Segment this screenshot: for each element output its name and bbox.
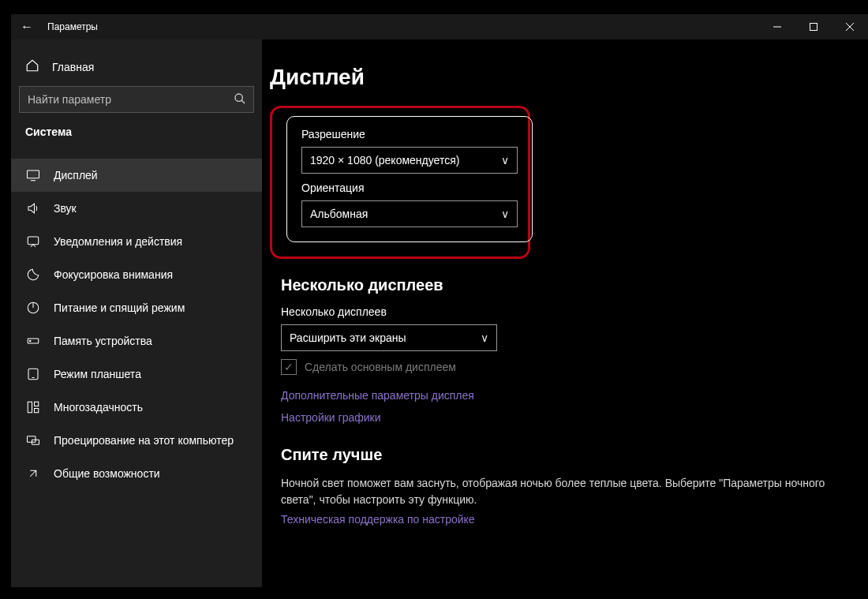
- home-button[interactable]: Главная: [11, 51, 262, 83]
- multi-displays-value: Расширить эти экраны: [290, 331, 406, 344]
- multi-displays-title: Несколько дисплеев: [281, 276, 849, 294]
- sleep-better-body: Ночной свет поможет вам заснуть, отображ…: [281, 475, 825, 508]
- sidebar: Главная Система Дисплей Звук Уведомления…: [11, 39, 262, 587]
- display-icon: [25, 168, 41, 182]
- resolution-label: Разрешение: [301, 128, 516, 140]
- home-label: Главная: [52, 61, 94, 73]
- sound-icon: [25, 201, 41, 215]
- sidebar-item-sound[interactable]: Звук: [11, 192, 262, 225]
- graphics-settings-link[interactable]: Настройки графики: [281, 411, 849, 424]
- sidebar-item-power[interactable]: Питание и спящий режим: [11, 291, 262, 324]
- svg-rect-3: [28, 237, 39, 245]
- home-icon: [25, 58, 39, 75]
- svg-rect-8: [28, 402, 32, 413]
- sidebar-item-label: Звук: [54, 202, 77, 215]
- sidebar-item-label: Питание и спящий режим: [54, 301, 185, 314]
- search-icon[interactable]: [234, 92, 246, 107]
- storage-icon: [25, 334, 41, 348]
- primary-display-checkbox-label: Сделать основным дисплеем: [305, 361, 456, 373]
- shared-icon: [25, 466, 41, 481]
- power-icon: [25, 301, 41, 315]
- svg-point-6: [30, 340, 32, 342]
- sidebar-item-label: Дисплей: [54, 169, 98, 182]
- maximize-button[interactable]: [795, 14, 832, 39]
- maximize-icon: [810, 23, 817, 31]
- sidebar-item-label: Фокусировка внимания: [54, 268, 173, 281]
- notifications-icon: [25, 234, 41, 249]
- orientation-dropdown[interactable]: Альбомная ∨: [301, 200, 518, 227]
- svg-rect-0: [810, 24, 817, 31]
- resolution-dropdown[interactable]: 1920 × 1080 (рекомендуется) ∨: [301, 147, 518, 174]
- project-icon: [25, 433, 41, 447]
- sidebar-item-label: Проецирование на этот компьютер: [54, 434, 234, 447]
- sleep-better-title: Спите лучше: [281, 446, 849, 464]
- support-link[interactable]: Техническая поддержка по настройке: [281, 513, 849, 526]
- sidebar-item-focus[interactable]: Фокусировка внимания: [11, 258, 262, 291]
- svg-point-1: [235, 94, 242, 101]
- sidebar-item-shared[interactable]: Общие возможности: [11, 457, 262, 490]
- primary-display-checkbox-row: ✓ Сделать основным дисплеем: [281, 359, 849, 375]
- sidebar-item-notifications[interactable]: Уведомления и действия: [11, 225, 262, 258]
- search-input[interactable]: [19, 86, 254, 113]
- content-row: Главная Система Дисплей Звук Уведомления…: [11, 39, 868, 587]
- sidebar-item-project[interactable]: Проецирование на этот компьютер: [11, 424, 262, 457]
- sidebar-section-title: Система: [11, 125, 262, 138]
- sidebar-item-storage[interactable]: Память устройства: [11, 324, 262, 358]
- svg-rect-10: [35, 409, 39, 413]
- svg-rect-9: [35, 402, 39, 406]
- tablet-icon: [25, 367, 41, 381]
- resolution-value: 1920 × 1080 (рекомендуется): [310, 154, 459, 167]
- multi-displays-label: Несколько дисплеев: [281, 305, 849, 318]
- check-icon: ✓: [284, 361, 294, 373]
- sidebar-item-tablet[interactable]: Режим планшета: [11, 358, 262, 391]
- orientation-label: Ориентация: [301, 182, 516, 194]
- arrow-left-icon: ←: [21, 20, 33, 34]
- search-container: [19, 86, 254, 113]
- focus-icon: [25, 268, 41, 282]
- settings-window: ← Параметры Главная: [11, 14, 868, 587]
- svg-rect-11: [28, 436, 36, 443]
- chevron-down-icon: ∨: [501, 154, 509, 167]
- window-title: Параметры: [47, 21, 98, 32]
- minimize-icon: [773, 23, 781, 31]
- titlebar: ← Параметры: [11, 14, 868, 39]
- sidebar-item-multitask[interactable]: Многозадачность: [11, 391, 262, 424]
- main-content: Дисплей Разрешение 1920 × 1080 (рекоменд…: [262, 39, 868, 587]
- highlight-annotation-inner: Разрешение 1920 × 1080 (рекомендуется) ∨…: [286, 116, 533, 242]
- chevron-down-icon: ∨: [481, 331, 488, 344]
- multi-displays-dropdown[interactable]: Расширить эти экраны ∨: [281, 324, 497, 351]
- window-buttons: [759, 14, 868, 39]
- sidebar-item-label: Общие возможности: [54, 467, 160, 480]
- highlight-annotation: Разрешение 1920 × 1080 (рекомендуется) ∨…: [270, 106, 530, 259]
- sidebar-item-label: Режим планшета: [54, 368, 141, 380]
- sidebar-item-label: Многозадачность: [54, 401, 143, 414]
- close-button[interactable]: [832, 14, 868, 39]
- sidebar-item-label: Память устройства: [54, 335, 152, 347]
- back-button[interactable]: ←: [11, 14, 43, 39]
- primary-display-checkbox: ✓: [281, 359, 297, 375]
- chevron-down-icon: ∨: [501, 208, 509, 220]
- page-title: Дисплей: [270, 65, 849, 90]
- minimize-button[interactable]: [759, 14, 795, 39]
- orientation-value: Альбомная: [310, 208, 368, 220]
- sidebar-item-label: Уведомления и действия: [54, 235, 182, 248]
- sidebar-item-display[interactable]: Дисплей: [11, 159, 262, 192]
- svg-rect-2: [28, 170, 39, 178]
- content-inner: Несколько дисплеев Несколько дисплеев Ра…: [270, 276, 849, 526]
- close-icon: [846, 23, 854, 31]
- multitask-icon: [25, 400, 41, 414]
- advanced-display-link[interactable]: Дополнительные параметры дисплея: [281, 389, 849, 402]
